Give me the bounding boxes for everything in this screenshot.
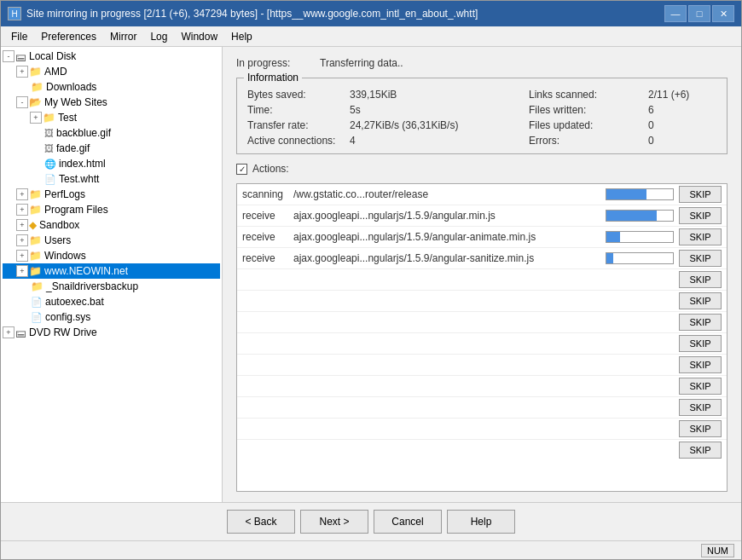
- tree-label-snaildriversbackup: _Snaildriversbackup: [46, 280, 138, 292]
- tree-item-test-whtt[interactable]: 📄Test.whtt: [3, 171, 220, 187]
- skip-button-1[interactable]: SKIP: [679, 207, 722, 224]
- skip-button-12[interactable]: SKIP: [679, 442, 722, 459]
- transfer-row-4: SKIP: [237, 269, 727, 291]
- num-indicator: NUM: [701, 544, 734, 557]
- minimize-button[interactable]: —: [664, 5, 687, 22]
- tree-label-fade: fade.gif: [56, 142, 90, 154]
- tree-item-program-files[interactable]: +📁Program Files: [3, 202, 220, 217]
- tree-item-amd[interactable]: +📁AMD: [3, 64, 220, 79]
- tree-item-downloads[interactable]: 📁Downloads: [3, 79, 220, 95]
- transfer-row-1: receiveajax.googleapi...ngularjs/1.5.9/a…: [237, 205, 727, 227]
- transfer-row-3: receiveajax.googleapi...ngularjs/1.5.9/a…: [237, 248, 727, 269]
- expand-icon-neowin[interactable]: +: [16, 265, 28, 277]
- tree-item-index[interactable]: 🌐index.html: [3, 156, 220, 171]
- transfer-url-2: ajax.googleapi...ngularjs/1.5.9/angular-…: [293, 231, 600, 243]
- skip-button-11[interactable]: SKIP: [679, 420, 722, 437]
- menu-help[interactable]: Help: [224, 29, 259, 44]
- expand-icon-amd[interactable]: +: [16, 66, 28, 78]
- skip-button-0[interactable]: SKIP: [679, 186, 722, 203]
- main-window: H Site mirroring in progress [2/11 (+6),…: [0, 0, 742, 560]
- expand-icon-dvd-drive[interactable]: +: [3, 326, 14, 338]
- skip-button-6[interactable]: SKIP: [679, 314, 722, 331]
- files-written-value: 6: [648, 104, 716, 116]
- transfer-progress-2: [606, 231, 674, 243]
- menu-log[interactable]: Log: [143, 29, 174, 44]
- expand-icon-test[interactable]: +: [30, 112, 42, 124]
- in-progress-label: In progress:: [236, 57, 313, 69]
- skip-button-7[interactable]: SKIP: [679, 335, 722, 352]
- maximize-button[interactable]: □: [688, 5, 710, 22]
- tree-item-snaildriversbackup[interactable]: 📁_Snaildriversbackup: [3, 279, 220, 294]
- tree-item-perflogs[interactable]: +📁PerfLogs: [3, 187, 220, 202]
- tree-label-sandbox: Sandbox: [39, 219, 79, 231]
- tree-item-fade[interactable]: 🖼fade.gif: [3, 141, 220, 156]
- tree-item-neowin[interactable]: +📁www.NEOWIN.net: [3, 263, 220, 279]
- skip-button-5[interactable]: SKIP: [679, 292, 722, 309]
- skip-button-4[interactable]: SKIP: [679, 271, 722, 288]
- title-controls: — □ ✕: [664, 5, 734, 22]
- next-button[interactable]: Next >: [300, 510, 368, 534]
- tree-item-users[interactable]: +📁Users: [3, 233, 220, 248]
- tree-item-local-disk[interactable]: -🖴Local Disk: [3, 49, 220, 64]
- actions-row: ✓ Actions:: [236, 163, 728, 175]
- skip-button-8[interactable]: SKIP: [679, 356, 722, 373]
- tree-label-downloads: Downloads: [46, 81, 96, 93]
- expand-icon-program-files[interactable]: +: [16, 204, 28, 216]
- menu-mirror[interactable]: Mirror: [103, 29, 143, 44]
- tree-label-neowin: www.NEOWIN.net: [44, 265, 128, 277]
- bytes-saved-value: 339,15KiB: [350, 89, 529, 101]
- skip-button-9[interactable]: SKIP: [679, 378, 722, 395]
- tree-item-autoexec[interactable]: 📄autoexec.bat: [3, 294, 220, 309]
- transfer-action-3: receive: [242, 252, 293, 264]
- skip-button-10[interactable]: SKIP: [679, 399, 722, 416]
- transfer-progress-3: [606, 252, 674, 264]
- tree-item-config[interactable]: 📄config.sys: [3, 309, 220, 325]
- actions-label: Actions:: [252, 163, 289, 175]
- in-progress-row: In progress: Transferring data..: [236, 57, 728, 69]
- cancel-button[interactable]: Cancel: [374, 510, 442, 534]
- errors-label: Errors:: [529, 135, 648, 147]
- tree-item-my-web-sites[interactable]: -📂My Web Sites: [3, 95, 220, 110]
- title-bar: H Site mirroring in progress [2/11 (+6),…: [1, 1, 741, 26]
- menu-window[interactable]: Window: [174, 29, 224, 44]
- tree-label-autoexec: autoexec.bat: [45, 296, 104, 308]
- close-button[interactable]: ✕: [712, 5, 734, 22]
- tree-item-dvd-drive[interactable]: +🖴DVD RW Drive: [3, 325, 220, 340]
- tree-item-sandbox[interactable]: +◆Sandbox: [3, 217, 220, 233]
- active-conns-value: 4: [350, 135, 529, 147]
- information-group: Information Bytes saved: 339,15KiB Links…: [236, 78, 728, 154]
- back-button[interactable]: < Back: [227, 510, 295, 534]
- tree-label-config: config.sys: [45, 311, 90, 323]
- menu-file[interactable]: File: [4, 29, 34, 44]
- expand-icon-windows[interactable]: +: [16, 250, 28, 262]
- skip-button-3[interactable]: SKIP: [679, 250, 722, 267]
- actions-checkbox[interactable]: ✓: [236, 164, 247, 175]
- expand-icon-local-disk[interactable]: -: [3, 50, 14, 62]
- skip-button-2[interactable]: SKIP: [679, 228, 722, 245]
- files-updated-label: Files updated:: [529, 119, 648, 131]
- tree-item-backblue[interactable]: 🖼backblue.gif: [3, 125, 220, 141]
- tree-item-test[interactable]: +📁Test: [3, 110, 220, 125]
- expand-icon-users[interactable]: +: [16, 234, 28, 246]
- expand-icon-my-web-sites[interactable]: -: [16, 96, 28, 108]
- help-button[interactable]: Help: [447, 510, 515, 534]
- transfer-progress-1: [606, 210, 674, 222]
- tree-item-windows[interactable]: +📁Windows: [3, 248, 220, 263]
- status-bar: NUM: [1, 540, 741, 559]
- expand-icon-sandbox[interactable]: +: [16, 219, 28, 231]
- transfer-row-2: receiveajax.googleapi...ngularjs/1.5.9/a…: [237, 227, 727, 248]
- expand-icon-perflogs[interactable]: +: [16, 188, 28, 200]
- tree-label-windows: Windows: [44, 250, 86, 262]
- tree-label-dvd-drive: DVD RW Drive: [29, 326, 97, 338]
- files-written-label: Files written:: [529, 104, 648, 116]
- in-progress-value: Transferring data..: [320, 57, 403, 69]
- transfer-row-6: SKIP: [237, 312, 727, 333]
- tree-label-backblue: backblue.gif: [56, 127, 111, 139]
- transfer-row-7: SKIP: [237, 333, 727, 355]
- tree-label-test-whtt: Test.whtt: [59, 173, 99, 185]
- transfer-row-8: SKIP: [237, 355, 727, 376]
- transfer-row-11: SKIP: [237, 419, 727, 440]
- transfer-box: scanning/ww.gstatic.co...router/release …: [236, 183, 728, 492]
- file-tree[interactable]: -🖴Local Disk +📁AMD📁Downloads-📂My Web Sit…: [1, 47, 223, 502]
- menu-preferences[interactable]: Preferences: [34, 29, 103, 44]
